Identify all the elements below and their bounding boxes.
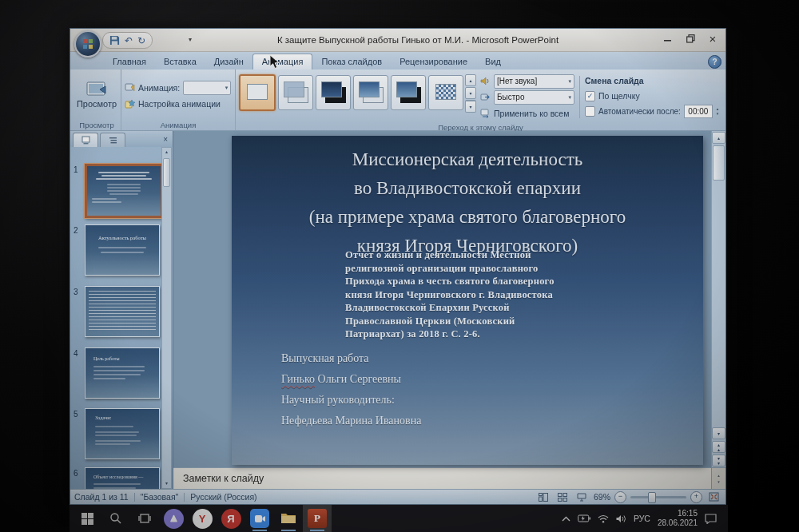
- auto-after-checkbox-row[interactable]: Автоматически после: 00:00 ▴ ▾: [585, 105, 718, 117]
- yandex-browser-button[interactable]: Y: [188, 505, 217, 532]
- action-center-icon[interactable]: [705, 514, 717, 524]
- group-label-preview: Просмотр: [73, 120, 121, 130]
- undo-icon[interactable]: ↶: [125, 36, 133, 46]
- panel-scroll-thumb[interactable]: [163, 158, 170, 187]
- footer-line: Нефедьева Марина Ивановна: [281, 411, 421, 431]
- gallery-scroll-down[interactable]: ▾: [465, 87, 476, 99]
- tab-animations[interactable]: Анимация: [252, 54, 313, 69]
- tab-home[interactable]: Главная: [104, 54, 155, 69]
- zoom-slider-thumb[interactable]: [648, 492, 656, 503]
- start-button[interactable]: [73, 505, 101, 532]
- on-click-checkbox[interactable]: ✓: [585, 91, 595, 101]
- transition-fade-black[interactable]: [316, 75, 351, 110]
- zoom-level[interactable]: 69%: [594, 492, 610, 502]
- redo-icon[interactable]: ↻: [137, 36, 145, 46]
- scroll-thumb[interactable]: [713, 145, 725, 181]
- auto-after-label: Автоматически после:: [598, 107, 681, 116]
- powerpoint-taskbar-button[interactable]: P: [303, 505, 332, 532]
- animation-dropdown[interactable]: ▾: [183, 81, 231, 95]
- media-app-button[interactable]: [159, 505, 188, 532]
- monitor-screen: ↶ ↻ ▾ К защите Выпускной работы Гинько о…: [68, 24, 729, 532]
- speed-dropdown[interactable]: Быстро ▾: [494, 90, 574, 105]
- tab-outline[interactable]: [100, 133, 125, 147]
- editor-scrollbar: ▴ ▾ ▴▴ ▾▾ ▴▾: [711, 131, 725, 489]
- next-slide-button[interactable]: ▾▾: [712, 455, 725, 466]
- slide-sorter-button[interactable]: [555, 490, 570, 503]
- time-spinner[interactable]: ▴ ▾: [717, 106, 719, 116]
- preview-button[interactable]: Просмотр: [72, 80, 121, 110]
- previous-slide-button[interactable]: ▴▴: [712, 441, 725, 453]
- close-button[interactable]: ×: [702, 30, 724, 46]
- transition-fade-smooth[interactable]: [278, 75, 313, 110]
- tab-slideshow[interactable]: Показ слайдов: [312, 54, 391, 69]
- chevron-down-icon: ▾: [568, 78, 571, 85]
- normal-view-button[interactable]: [536, 490, 551, 503]
- zoom-out-button[interactable]: −: [614, 491, 626, 503]
- taskbar-clock[interactable]: 16:15 28.06.2021: [658, 509, 698, 528]
- slide-thumbnail-4[interactable]: 4 Цель работы: [72, 347, 161, 402]
- volume-icon[interactable]: [616, 514, 626, 523]
- slide-editor[interactable]: Миссионерская деятельность во Владивосто…: [173, 131, 711, 467]
- slide-thumbnail-1[interactable]: 1: [72, 164, 161, 218]
- gallery-more-button[interactable]: ▾: [465, 100, 476, 113]
- auto-after-time-input[interactable]: 00:00: [684, 105, 713, 118]
- notes-scrollbar[interactable]: ▴▾: [712, 467, 725, 489]
- tab-design[interactable]: Дизайн: [205, 54, 252, 69]
- speed-icon: [480, 92, 491, 102]
- save-icon[interactable]: [109, 35, 120, 46]
- tab-review[interactable]: Рецензирование: [391, 54, 476, 69]
- slide-title-text[interactable]: Миссионерская деятельность во Владивосто…: [232, 145, 703, 260]
- slide-thumbnail-6[interactable]: 6 Объект исследования —: [72, 467, 161, 489]
- scroll-up-button[interactable]: ▴: [712, 132, 725, 144]
- slide-thumbnail-3[interactable]: 3: [72, 286, 161, 340]
- on-click-checkbox-row[interactable]: ✓ По щелчку: [585, 89, 718, 102]
- slide-thumbnail-2[interactable]: 2 Актуальность работы: [72, 224, 161, 279]
- minimize-button[interactable]: [657, 30, 679, 46]
- slide-canvas[interactable]: Миссионерская деятельность во Владивосто…: [232, 136, 703, 465]
- office-button[interactable]: [74, 30, 101, 58]
- slideshow-view-button[interactable]: [574, 490, 590, 503]
- hidden-icons-chevron[interactable]: [562, 516, 570, 522]
- slide-thumbnail-5[interactable]: 5 Задачи:: [72, 408, 161, 463]
- file-explorer-button[interactable]: [274, 505, 303, 532]
- customize-qat-icon[interactable]: ▾: [189, 36, 192, 43]
- transition-cut-black[interactable]: [391, 75, 426, 110]
- transition-none[interactable]: [239, 74, 276, 111]
- keyboard-language[interactable]: РУС: [634, 514, 650, 523]
- tab-view[interactable]: Вид: [476, 54, 510, 69]
- title-bar[interactable]: ↶ ↻ ▾ К защите Выпускной работы Гинько о…: [70, 29, 725, 52]
- tab-slides-thumbnails[interactable]: [73, 133, 98, 147]
- yandex-app-button[interactable]: Я: [217, 505, 245, 532]
- apply-to-all-button[interactable]: Применить ко всем: [480, 106, 574, 120]
- slide-body-text[interactable]: Отчет о жизни и деятельности Местной рел…: [345, 248, 555, 341]
- panel-scrollbar[interactable]: ▴ ▾: [161, 147, 172, 489]
- sound-dropdown[interactable]: [Нет звука] ▾: [494, 74, 574, 89]
- zoom-in-button[interactable]: +: [690, 491, 702, 503]
- battery-icon[interactable]: [578, 514, 590, 522]
- gallery-scroll-up[interactable]: ▴: [465, 74, 476, 86]
- language-indicator[interactable]: Русский (Россия): [190, 492, 256, 502]
- office-logo-icon: [83, 39, 93, 49]
- search-button[interactable]: [101, 505, 130, 532]
- transition-dissolve[interactable]: [428, 75, 463, 110]
- fit-to-window-button[interactable]: [706, 490, 721, 503]
- help-icon[interactable]: ?: [708, 55, 721, 69]
- theme-name[interactable]: "Базовая": [141, 492, 179, 502]
- clock-time: 16:15: [678, 509, 698, 518]
- tab-insert[interactable]: Вставка: [155, 54, 205, 69]
- restore-button[interactable]: [679, 30, 702, 46]
- close-pane-icon[interactable]: ×: [163, 135, 168, 144]
- scroll-down-button[interactable]: ▾: [712, 427, 725, 439]
- task-view-button[interactable]: [130, 505, 159, 532]
- transition-cut[interactable]: [353, 75, 388, 110]
- zoom-app-button[interactable]: [245, 505, 274, 532]
- custom-animation-button[interactable]: Настройка анимации: [125, 99, 231, 109]
- auto-after-checkbox[interactable]: [585, 106, 595, 117]
- zoom-slider[interactable]: [630, 496, 686, 498]
- notes-pane[interactable]: Заметки к слайду: [173, 467, 711, 489]
- panel-scroll-down[interactable]: ▾: [165, 479, 168, 488]
- panel-scroll-up[interactable]: ▴: [165, 148, 168, 157]
- slide-footer-text[interactable]: Выпускная работа Гинько Ольги Сергеевны …: [281, 348, 421, 431]
- wifi-icon[interactable]: [598, 514, 609, 523]
- apply-to-all-icon: [480, 108, 491, 118]
